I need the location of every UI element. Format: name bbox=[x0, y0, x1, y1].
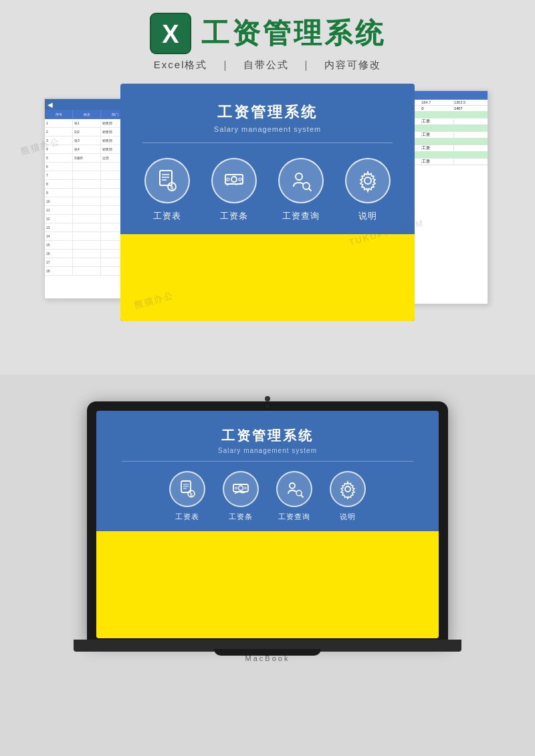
wage-table-icon-circle: $ bbox=[144, 158, 190, 203]
icon-item-pay-slip[interactable]: 工资条 bbox=[211, 158, 257, 222]
wage-table-label: 工资表 bbox=[153, 210, 181, 222]
card-divider bbox=[142, 143, 393, 143]
screen-icon-wage-table[interactable]: $ 工资表 bbox=[169, 471, 205, 522]
svg-text:$: $ bbox=[171, 185, 174, 191]
screen-icon-wage-query[interactable]: 工资查询 bbox=[276, 471, 312, 522]
icon-item-wage-table[interactable]: $ 工资表 bbox=[144, 158, 190, 222]
svg-point-12 bbox=[239, 178, 241, 181]
main-card: 工资管理系统 Salary management system $ bbox=[120, 84, 415, 321]
subtitle-row: Excel格式 ｜ 自带公式 ｜ 内容可修改 bbox=[150, 59, 385, 72]
svg-point-16 bbox=[364, 177, 371, 184]
document-money-icon: $ bbox=[154, 168, 180, 193]
icon-item-instructions[interactable]: 说明 bbox=[345, 158, 391, 222]
screen-money-hand-icon bbox=[231, 479, 251, 499]
laptop-brand-label: MacBook bbox=[245, 654, 290, 662]
laptop-screen: 工资管理系统 Salary management system bbox=[96, 411, 439, 638]
subtitle-formula: 自带公式 bbox=[243, 59, 289, 70]
screen-document-money-icon: $ bbox=[177, 479, 197, 499]
svg-text:X: X bbox=[162, 20, 179, 48]
screen-person-search-icon bbox=[284, 479, 304, 499]
screen-wage-table-label: 工资表 bbox=[175, 512, 199, 522]
card-title-cn: 工资管理系统 bbox=[217, 102, 318, 122]
screen-pay-slip-label: 工资条 bbox=[229, 512, 253, 522]
laptop-wrapper: 工资管理系统 Salary management system bbox=[70, 401, 465, 736]
icon-item-wage-query[interactable]: 工资查询 bbox=[278, 158, 324, 222]
screen-instructions-label: 说明 bbox=[340, 512, 356, 522]
instructions-icon-circle bbox=[345, 158, 391, 203]
screen-divider bbox=[122, 461, 413, 462]
screen-icon-pay-slip[interactable]: 工资条 bbox=[223, 471, 259, 522]
svg-point-26 bbox=[245, 487, 247, 489]
ls-col-num: 序号 bbox=[45, 110, 73, 119]
instructions-label: 说明 bbox=[358, 210, 377, 222]
screen-wage-table-circle: $ bbox=[169, 471, 205, 507]
camera-dot bbox=[265, 396, 270, 401]
subtitle-editable: 内容可修改 bbox=[324, 59, 381, 70]
person-search-icon bbox=[288, 168, 314, 193]
svg-point-24 bbox=[239, 486, 243, 490]
ls-col-name: 姓名 bbox=[73, 110, 101, 119]
screen-icon-instructions[interactable]: 说明 bbox=[330, 471, 366, 522]
card-title-en: Salary management system bbox=[214, 125, 321, 133]
svg-line-15 bbox=[309, 189, 311, 191]
card-stack: ◀ 序号 姓名 部门 职位 1张1销售部职员 2刘2销售部职员 3张3销售部职员… bbox=[54, 84, 481, 338]
webcam-dot bbox=[266, 405, 270, 408]
screen-gear-icon bbox=[338, 479, 358, 499]
screen-title-en: Salary management system bbox=[218, 447, 317, 454]
gear-icon bbox=[355, 168, 381, 193]
screen-wage-query-circle bbox=[276, 471, 312, 507]
screen-icons-row: $ 工资表 bbox=[169, 471, 366, 522]
svg-line-29 bbox=[301, 495, 303, 497]
card-yellow-bar bbox=[120, 234, 415, 321]
laptop-body: 工资管理系统 Salary management system bbox=[87, 401, 448, 642]
screen-yellow-bar bbox=[96, 531, 439, 638]
screen-instructions-circle bbox=[330, 471, 366, 507]
wage-query-icon-circle bbox=[278, 158, 324, 203]
top-section: 熊猫办公 TUKUPPT.COM 熊猫办公 X 工资管理系统 Excel格式 ｜… bbox=[0, 0, 535, 375]
svg-point-27 bbox=[290, 483, 295, 488]
wage-query-label: 工资查询 bbox=[282, 210, 320, 222]
excel-logo-icon: X bbox=[149, 12, 192, 55]
card-icons-row: $ 工资表 bbox=[144, 158, 391, 222]
money-hand-icon bbox=[221, 168, 247, 193]
screen-title-cn: 工资管理系统 bbox=[221, 427, 314, 445]
header-row: X 工资管理系统 bbox=[149, 12, 386, 55]
main-title: 工资管理系统 bbox=[201, 15, 386, 52]
bottom-section: TUKUPPT.COM 熊猫办公 工资管理系统 Salary managemen… bbox=[0, 388, 535, 756]
subtitle-excel: Excel格式 bbox=[154, 59, 208, 70]
svg-text:$: $ bbox=[190, 492, 193, 498]
pay-slip-label: 工资条 bbox=[220, 210, 248, 222]
subtitle-sep2: ｜ bbox=[301, 59, 312, 70]
svg-point-13 bbox=[296, 173, 302, 180]
svg-point-25 bbox=[235, 487, 237, 489]
screen-pay-slip-circle bbox=[223, 471, 259, 507]
pay-slip-icon-circle bbox=[211, 158, 257, 203]
svg-point-10 bbox=[231, 177, 237, 182]
svg-point-11 bbox=[227, 178, 229, 181]
svg-point-30 bbox=[345, 486, 350, 492]
screen-wage-query-label: 工资查询 bbox=[278, 512, 310, 522]
subtitle-sep1: ｜ bbox=[220, 59, 231, 70]
